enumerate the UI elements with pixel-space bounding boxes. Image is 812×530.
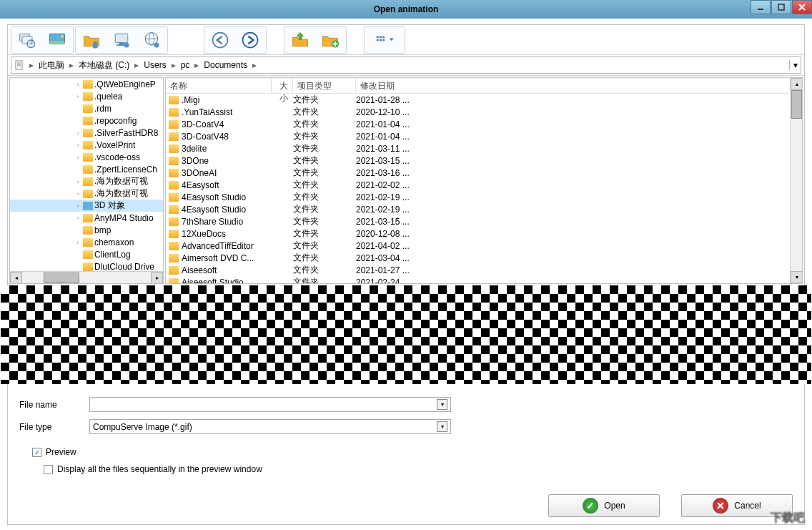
user-folder-icon[interactable] bbox=[77, 29, 106, 51]
file-type: 文件夹 bbox=[293, 252, 356, 264]
column-header-name[interactable]: 名称 bbox=[166, 78, 272, 93]
expander-icon[interactable]: › bbox=[74, 142, 81, 149]
minimize-button[interactable] bbox=[751, 0, 771, 14]
breadcrumb-item[interactable]: 本地磁盘 (C:) bbox=[76, 59, 132, 72]
scroll-down-button[interactable]: ▾ bbox=[791, 271, 803, 283]
breadcrumb-item[interactable]: Documents bbox=[201, 60, 250, 70]
tree-item[interactable]: ClientLog bbox=[10, 248, 163, 260]
recent-icon[interactable] bbox=[13, 29, 41, 51]
list-item[interactable]: .Migi文件夹2021-01-28 ... bbox=[166, 94, 802, 106]
scroll-thumb[interactable] bbox=[791, 90, 802, 119]
vertical-scrollbar[interactable]: ▴ ▾ bbox=[790, 78, 802, 283]
expander-icon[interactable]: › bbox=[74, 178, 81, 185]
chevron-right-icon[interactable]: ▸ bbox=[27, 60, 36, 70]
list-item[interactable]: Aimersoft DVD C...文件夹2021-03-04 ... bbox=[166, 252, 802, 264]
preview-checkbox[interactable] bbox=[32, 448, 41, 457]
computer-icon[interactable] bbox=[107, 29, 136, 51]
list-item[interactable]: .YunTaiAssist文件夹2020-12-10 ... bbox=[166, 106, 802, 118]
back-button[interactable] bbox=[206, 29, 234, 51]
tree-item[interactable]: bmp bbox=[10, 224, 163, 236]
tree-item[interactable]: ›AnyMP4 Studio bbox=[10, 212, 163, 224]
tree-item[interactable]: ›.QtWebEngineP bbox=[10, 78, 163, 90]
expander-icon[interactable]: › bbox=[74, 202, 81, 210]
tree-item[interactable]: .ZpertLicenseCh bbox=[10, 163, 163, 175]
new-folder-icon[interactable] bbox=[316, 29, 345, 51]
folder-tree[interactable]: ›.QtWebEngineP›.quelea.rdm.repoconfig›.S… bbox=[9, 77, 164, 284]
list-item[interactable]: 3DOne文件夹2021-03-15 ... bbox=[166, 154, 802, 167]
tree-item[interactable]: ›chemaxon bbox=[10, 236, 163, 248]
column-header-date[interactable]: 修改日期 bbox=[356, 78, 802, 93]
breadcrumb-bar[interactable]: ▸ 此电脑 ▸ 本地磁盘 (C:) ▸ Users ▸ pc ▸ Documen… bbox=[11, 57, 801, 74]
tree-item[interactable]: ›3D 对象 bbox=[10, 200, 163, 212]
expander-icon[interactable]: › bbox=[74, 129, 81, 137]
horizontal-scrollbar[interactable]: ◂ ▸ bbox=[10, 271, 163, 283]
list-item[interactable]: 7thShare Studio文件夹2021-03-15 ... bbox=[166, 215, 802, 227]
breadcrumb-item[interactable]: pc bbox=[178, 60, 193, 70]
tree-item[interactable]: ›.quelea bbox=[10, 90, 163, 102]
expander-icon[interactable]: › bbox=[74, 239, 81, 246]
chevron-right-icon[interactable]: ▸ bbox=[169, 60, 178, 70]
tree-item[interactable]: ›.海为数据可视 bbox=[10, 187, 163, 200]
tree-item-label: .海为数据可视 bbox=[94, 175, 148, 187]
column-header-type[interactable]: 项目类型 bbox=[293, 78, 356, 93]
breadcrumb-root[interactable]: 此电脑 bbox=[36, 59, 67, 72]
tree-item[interactable]: ›.VoxelPrint bbox=[10, 139, 163, 151]
network-icon[interactable] bbox=[137, 29, 166, 51]
file-date: 2021-03-15 ... bbox=[356, 217, 802, 227]
chevron-right-icon[interactable]: ▸ bbox=[250, 60, 259, 70]
list-item[interactable]: 3DOneAI文件夹2021-03-16 ... bbox=[166, 167, 802, 179]
expander-icon[interactable]: › bbox=[74, 190, 81, 197]
scroll-left-button[interactable]: ◂ bbox=[10, 272, 22, 284]
expander-icon[interactable]: › bbox=[74, 154, 81, 161]
folder-icon bbox=[83, 177, 93, 186]
chevron-right-icon[interactable]: ▸ bbox=[67, 60, 76, 70]
breadcrumb-item[interactable]: Users bbox=[141, 60, 169, 70]
list-item[interactable]: 3D-CoatV48文件夹2021-01-04 ... bbox=[166, 130, 802, 142]
list-item[interactable]: 3delite文件夹2021-03-11 ... bbox=[166, 142, 802, 154]
view-mode-button[interactable] bbox=[366, 29, 403, 51]
tree-item[interactable]: ›.SilverFastHDR8 bbox=[10, 127, 163, 139]
breadcrumb-dropdown[interactable]: ▾ bbox=[789, 60, 801, 70]
dropdown-icon[interactable]: ▾ bbox=[437, 399, 447, 410]
folder-icon bbox=[83, 190, 93, 198]
scroll-up-button[interactable]: ▴ bbox=[791, 78, 803, 90]
cancel-button[interactable]: ✕ Cancel bbox=[681, 494, 793, 517]
maximize-button[interactable] bbox=[771, 0, 791, 14]
tree-item[interactable]: DlutCloud Drive bbox=[10, 260, 163, 271]
svg-rect-1 bbox=[778, 4, 784, 10]
chevron-right-icon[interactable]: ▸ bbox=[192, 60, 201, 70]
scroll-right-button[interactable]: ▸ bbox=[151, 272, 163, 284]
display-all-checkbox[interactable] bbox=[44, 465, 53, 474]
list-item[interactable]: 3D-CoatV4文件夹2021-01-04 ... bbox=[166, 118, 802, 130]
list-item[interactable]: 4Easysoft文件夹2021-02-02 ... bbox=[166, 179, 802, 191]
expander-icon[interactable]: › bbox=[74, 81, 81, 88]
list-item[interactable]: 4Easysoft Studio文件夹2021-02-19 ... bbox=[166, 191, 802, 203]
file-list[interactable]: 名称 大小 项目类型 修改日期 .Migi文件夹2021-01-28 ....Y… bbox=[165, 77, 803, 284]
expander-icon[interactable]: › bbox=[74, 215, 81, 222]
tree-item[interactable]: ›.海为数据可视 bbox=[10, 175, 163, 187]
svg-rect-33 bbox=[16, 61, 22, 69]
svg-point-17 bbox=[124, 42, 129, 47]
scroll-thumb[interactable] bbox=[44, 273, 79, 283]
chevron-right-icon[interactable]: ▸ bbox=[132, 60, 141, 70]
tree-item[interactable]: ›.vscode-oss bbox=[10, 151, 163, 163]
tree-item-label: bmp bbox=[94, 225, 111, 235]
desktop-icon[interactable] bbox=[43, 29, 71, 51]
list-item[interactable]: 12XueDocs文件夹2020-12-08 ... bbox=[166, 227, 802, 240]
open-button[interactable]: ✓ Open bbox=[548, 494, 660, 517]
list-item[interactable]: Aiseesoft Studio文件夹2021-02-24 ... bbox=[166, 276, 802, 283]
expander-icon[interactable]: › bbox=[74, 93, 81, 100]
list-item[interactable]: AdvancedTiffEditor文件夹2021-04-02 ... bbox=[166, 240, 802, 252]
filetype-select[interactable]: CompuServe Image (*.gif) ▾ bbox=[89, 419, 451, 434]
tree-item[interactable]: .rdm bbox=[10, 102, 163, 114]
filename-input[interactable]: ▾ bbox=[89, 397, 451, 412]
list-item[interactable]: Aiseesoft文件夹2021-01-27 ... bbox=[166, 264, 802, 276]
up-folder-icon[interactable] bbox=[286, 29, 315, 51]
close-button[interactable] bbox=[792, 0, 812, 14]
forward-button[interactable] bbox=[236, 29, 264, 51]
dropdown-icon[interactable]: ▾ bbox=[437, 421, 447, 432]
tree-item[interactable]: .repoconfig bbox=[10, 114, 163, 127]
column-header-size[interactable]: 大小 bbox=[272, 78, 293, 93]
list-item[interactable]: 4Esaysoft Studio文件夹2021-02-19 ... bbox=[166, 203, 802, 215]
file-name: Aiseesoft bbox=[182, 265, 293, 275]
